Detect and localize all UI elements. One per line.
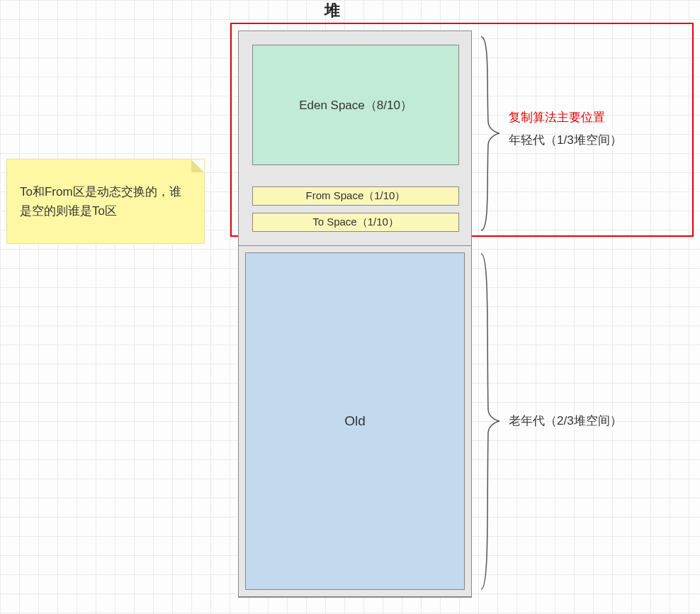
from-space-box: From Space（1/10） [252, 186, 459, 206]
eden-space-label: Eden Space（8/10） [299, 97, 412, 113]
old-gen-label: 老年代（2/3堆空间） [509, 413, 622, 429]
from-space-label: From Space（1/10） [306, 189, 406, 203]
old-space-label: Old [344, 413, 366, 429]
old-gen-container: Old [238, 245, 472, 597]
young-gen-label: 年轻代（1/3堆空间） [509, 129, 693, 152]
old-space-box: Old [245, 252, 465, 590]
copy-algorithm-label: 复制算法主要位置 [509, 106, 693, 129]
sticky-note: To和From区是动态交换的，谁是空的则谁是To区 [6, 159, 205, 244]
eden-space-box: Eden Space（8/10） [252, 45, 459, 165]
old-gen-brace-icon [480, 254, 501, 589]
sticky-note-text: To和From区是动态交换的，谁是空的则谁是To区 [20, 185, 181, 218]
to-space-box: To Space（1/10） [252, 213, 459, 232]
young-gen-brace-icon [480, 37, 501, 230]
young-gen-labels: 复制算法主要位置 年轻代（1/3堆空间） [509, 106, 693, 152]
diagram-title: 堆 [324, 0, 340, 21]
to-space-label: To Space（1/10） [312, 216, 399, 229]
